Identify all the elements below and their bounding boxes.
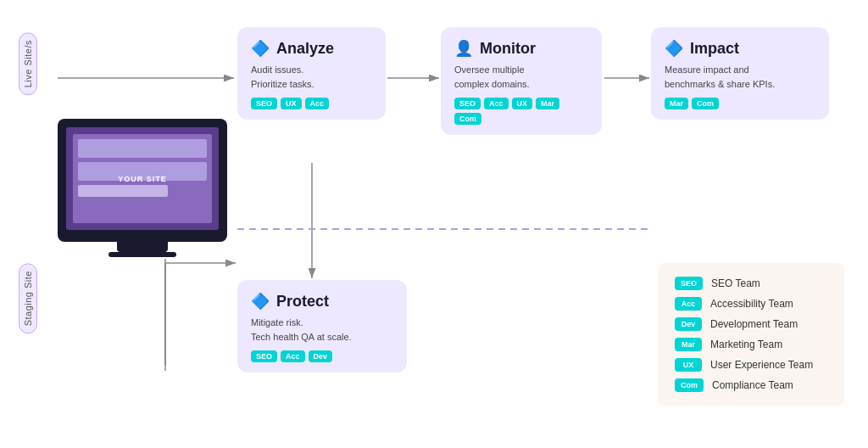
impact-title: 🔷 Impact xyxy=(665,39,815,58)
live-site-label: Live Site/s xyxy=(19,32,37,95)
legend-label-com: Compliance Team xyxy=(712,379,793,391)
monitor-box: 👤 Monitor Oversee multiplecomplex domain… xyxy=(441,27,602,135)
legend-label-dev: Development Team xyxy=(710,318,798,330)
analyze-tag-acc: Acc xyxy=(305,98,330,109)
legend-tag-mar: Mar xyxy=(675,338,702,351)
impact-tag-mar: Mar xyxy=(665,98,688,109)
monitor-desc: Oversee multiplecomplex domains. xyxy=(454,63,588,91)
monitor-tag-ux: UX xyxy=(512,98,533,109)
screen-bar-1 xyxy=(78,139,207,158)
protect-tag-acc: Acc xyxy=(281,350,305,362)
protect-tag-dev: Dev xyxy=(309,350,333,362)
legend-box: SEO SEO Team Acc Accessibility Team Dev … xyxy=(658,263,844,406)
monitor-tag-com: Com xyxy=(454,113,481,125)
impact-tag-com: Com xyxy=(692,98,719,109)
legend-tag-dev: Dev xyxy=(675,317,702,331)
monitor-icon: 👤 xyxy=(454,39,473,58)
screen-bar-small xyxy=(78,185,168,197)
legend-label-ux: User Experience Team xyxy=(710,359,813,371)
monitor-site-text: YOUR SITE xyxy=(118,175,167,183)
monitor-base xyxy=(108,252,176,257)
analyze-tags: SEO UX Acc xyxy=(251,98,372,109)
monitor-screen: YOUR SITE xyxy=(66,127,219,230)
legend-tag-ux: UX xyxy=(675,358,702,372)
monitor-tag-mar: Mar xyxy=(536,98,559,109)
impact-icon: 🔷 xyxy=(665,39,683,58)
protect-title: 🔷 Protect xyxy=(251,292,393,311)
legend-label-mar: Marketing Team xyxy=(710,339,782,350)
monitor-display: YOUR SITE xyxy=(58,119,227,255)
legend-tag-seo: SEO xyxy=(675,277,703,290)
protect-icon: 🔷 xyxy=(251,292,270,311)
legend-label-seo: SEO Team xyxy=(711,277,760,289)
staging-site-label: Staging Site xyxy=(19,263,37,333)
impact-desc: Measure impact andbenchmarks & share KPI… xyxy=(665,63,815,91)
legend-tag-com: Com xyxy=(675,378,704,392)
monitor-body: YOUR SITE xyxy=(58,119,227,242)
impact-tags: Mar Com xyxy=(665,98,815,109)
monitor-tag-acc: Acc xyxy=(484,98,509,109)
svg-line-7 xyxy=(165,259,236,335)
analyze-box: 🔷 Analyze Audit issues.Prioritize tasks.… xyxy=(237,27,386,120)
legend-item-seo: SEO SEO Team xyxy=(675,277,827,290)
legend-item-acc: Acc Accessibility Team xyxy=(675,297,827,311)
legend-label-acc: Accessibility Team xyxy=(710,298,793,310)
legend-item-ux: UX User Experience Team xyxy=(675,358,827,372)
legend-tag-acc: Acc xyxy=(675,297,702,311)
analyze-tag-seo: SEO xyxy=(251,98,277,109)
protect-tag-seo: SEO xyxy=(251,350,277,362)
monitor-tags: SEO Acc UX Mar Com xyxy=(454,98,588,125)
protect-desc: Mitigate risk.Tech health QA at scale. xyxy=(251,316,393,344)
protect-tags: SEO Acc Dev xyxy=(251,350,393,362)
svg-line-9 xyxy=(165,263,236,335)
main-container: Live Site/s Staging Site YOUR SITE 🔷 Ana… xyxy=(0,0,868,448)
monitor-title: 👤 Monitor xyxy=(454,39,588,58)
monitor-tag-seo: SEO xyxy=(454,98,481,109)
legend-item-mar: Mar Marketing Team xyxy=(675,338,827,351)
analyze-title: 🔷 Analyze xyxy=(251,39,372,58)
analyze-desc: Audit issues.Prioritize tasks. xyxy=(251,63,372,91)
protect-box: 🔷 Protect Mitigate risk.Tech health QA a… xyxy=(237,280,407,372)
monitor-stand xyxy=(117,242,168,252)
analyze-icon: 🔷 xyxy=(251,39,270,58)
analyze-tag-ux: UX xyxy=(281,98,302,109)
legend-item-com: Com Compliance Team xyxy=(675,378,827,392)
impact-box: 🔷 Impact Measure impact andbenchmarks & … xyxy=(651,27,829,120)
legend-item-dev: Dev Development Team xyxy=(675,317,827,331)
